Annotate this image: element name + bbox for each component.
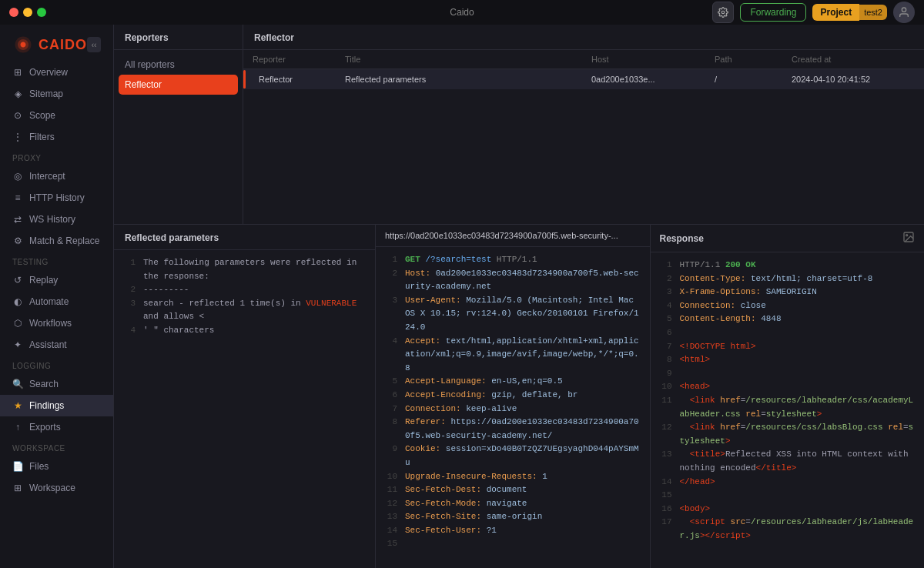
reflector-reporter-item[interactable]: Reflector xyxy=(119,75,238,95)
close-window-button[interactable] xyxy=(9,8,18,17)
findings-icon: ★ xyxy=(12,400,23,411)
code-line: 10<head> xyxy=(660,380,916,394)
code-line: 8Referer: https://0ad200e1033ec03483d723… xyxy=(385,416,641,443)
code-line: 13 <title>Reflected XSS into HTML contex… xyxy=(660,448,916,475)
sidebar-item-http-history[interactable]: ≡ HTTP History xyxy=(0,187,113,209)
reporters-header: Reporters xyxy=(114,25,243,50)
code-line: 9 xyxy=(660,367,916,381)
top-pane: Reporters All reporters Reflector Reflec… xyxy=(114,25,924,225)
settings-button[interactable] xyxy=(712,2,734,23)
row-path: / xyxy=(715,75,792,84)
code-line: 11Sec-Fetch-Dest: document xyxy=(385,483,641,497)
search-icon: 🔍 xyxy=(12,379,23,389)
sidebar-item-label: WS History xyxy=(29,214,75,225)
code-line: 3User-Agent: Mozilla/5.0 (Macintosh; Int… xyxy=(385,294,641,335)
code-line: 3 search - reflected 1 time(s) in VULNER… xyxy=(123,297,366,324)
window-controls xyxy=(9,8,46,17)
titlebar: Caido Forwarding Project test2 xyxy=(0,0,924,25)
app-body: CAIDO ‹‹ ⊞ Overview ◈ Sitemap ⊙ Scope ⋮ … xyxy=(0,25,924,568)
overview-icon: ⊞ xyxy=(12,67,23,78)
sidebar-item-automate[interactable]: ◐ Automate xyxy=(0,291,113,312)
automate-icon: ◐ xyxy=(12,296,23,307)
code-line: 5Accept-Language: en-US,en;q=0.5 xyxy=(385,375,641,389)
sidebar-item-replay[interactable]: ↺ Replay xyxy=(0,269,113,291)
sidebar-item-match-replace[interactable]: ⚙ Match & Replace xyxy=(0,230,113,252)
user-avatar[interactable] xyxy=(893,2,915,23)
files-icon: 📄 xyxy=(12,461,23,472)
row-reporter: Reflector xyxy=(253,75,345,84)
reporters-list: All reporters Reflector xyxy=(114,50,243,99)
code-line: 14</head> xyxy=(660,476,916,489)
code-line: 1HTTP/1.1 200 OK xyxy=(660,259,916,272)
col-title: Title xyxy=(345,55,591,64)
testing-section-label: Testing xyxy=(0,252,113,269)
sidebar-item-label: Scope xyxy=(29,110,55,121)
minimize-window-button[interactable] xyxy=(23,8,32,17)
sidebar-item-overview[interactable]: ⊞ Overview xyxy=(0,62,113,83)
titlebar-right: Forwarding Project test2 xyxy=(712,2,915,23)
sidebar-item-assistant[interactable]: ✦ Assistant xyxy=(0,334,113,356)
sidebar-item-findings[interactable]: ★ Findings xyxy=(0,395,113,416)
caido-logo-icon xyxy=(12,34,34,55)
sidebar-item-label: Sitemap xyxy=(29,89,63,99)
sidebar-item-files[interactable]: 📄 Files xyxy=(0,456,113,477)
sidebar-item-search[interactable]: 🔍 Search xyxy=(0,373,113,395)
sidebar-item-sitemap[interactable]: ◈ Sitemap xyxy=(0,83,113,105)
svg-point-1 xyxy=(902,8,906,12)
col-path: Path xyxy=(715,55,792,64)
code-line: 8<html> xyxy=(660,353,916,367)
main-content: Reporters All reporters Reflector Reflec… xyxy=(114,25,924,568)
workspace-icon: ⊞ xyxy=(12,483,23,493)
code-line: 16<body> xyxy=(660,503,916,516)
sidebar-item-exports[interactable]: ↑ Exports xyxy=(0,416,113,438)
reporters-panel: Reporters All reporters Reflector xyxy=(114,25,243,224)
logging-section-label: Logging xyxy=(0,356,113,373)
row-selected-indicator xyxy=(243,70,246,89)
project-button[interactable]: Project xyxy=(812,4,859,21)
response-title: Response xyxy=(660,233,704,244)
filters-icon: ⋮ xyxy=(12,132,23,142)
logo-text: CAIDO xyxy=(38,37,87,53)
svg-point-0 xyxy=(722,11,725,14)
sidebar-item-label: Overview xyxy=(29,67,68,78)
request-panel: https://0ad200e1033ec03483d7234900a700f5… xyxy=(376,225,651,568)
maximize-window-button[interactable] xyxy=(37,8,46,17)
code-line: 17 <script src=/resources/labheader/js/l… xyxy=(660,516,916,543)
reflector-panel: Reflector Reporter Title Host Path Creat… xyxy=(243,25,924,224)
code-line: 13Sec-Fetch-Site: same-origin xyxy=(385,510,641,524)
sidebar-item-label: Exports xyxy=(29,422,61,433)
response-panel: Response 1HTTP/1.1 200 OK2Content-Type: … xyxy=(651,225,925,568)
forwarding-button[interactable]: Forwarding xyxy=(740,3,806,22)
collapse-sidebar-button[interactable]: ‹‹ xyxy=(87,37,101,52)
sidebar-item-label: Workflows xyxy=(29,318,72,329)
scope-icon: ⊙ xyxy=(12,110,23,121)
reflected-params-header: Reflected parameters xyxy=(114,225,375,250)
sidebar-item-label: Search xyxy=(29,379,59,389)
sidebar-item-workflows[interactable]: ⬡ Workflows xyxy=(0,312,113,334)
col-created: Created at xyxy=(792,55,915,64)
caido-logo: CAIDO xyxy=(12,34,87,55)
code-line: 1GET /?search=test HTTP/1.1 xyxy=(385,253,641,267)
table-row[interactable]: Reflector Reflected parameters 0ad200e10… xyxy=(243,69,924,89)
row-title: Reflected parameters xyxy=(345,75,591,84)
sidebar: CAIDO ‹‹ ⊞ Overview ◈ Sitemap ⊙ Scope ⋮ … xyxy=(0,25,114,568)
workflows-icon: ⬡ xyxy=(12,318,23,329)
sidebar-item-ws-history[interactable]: ⇄ WS History xyxy=(0,209,113,230)
image-icon xyxy=(902,231,915,246)
gear-icon xyxy=(718,7,728,18)
sidebar-item-filters[interactable]: ⋮ Filters xyxy=(0,126,113,148)
sidebar-item-workspace[interactable]: ⊞ Workspace xyxy=(0,477,113,499)
all-reporters-item[interactable]: All reporters xyxy=(119,55,238,75)
replay-icon: ↺ xyxy=(12,275,23,286)
sidebar-logo: CAIDO ‹‹ xyxy=(0,25,113,62)
code-line: 4Accept: text/html,application/xhtml+xml… xyxy=(385,335,641,376)
sidebar-item-intercept[interactable]: ◎ Intercept xyxy=(0,165,113,187)
code-line: 6Accept-Encoding: gzip, deflate, br xyxy=(385,389,641,403)
project-name-dropdown[interactable]: test2 xyxy=(859,5,887,20)
window-title: Caido xyxy=(450,7,474,18)
code-line: 12Sec-Fetch-Mode: navigate xyxy=(385,497,641,511)
proxy-section-label: Proxy xyxy=(0,148,113,165)
sidebar-item-scope[interactable]: ⊙ Scope xyxy=(0,105,113,126)
sidebar-item-label: Replay xyxy=(29,275,58,286)
code-line: 14Sec-Fetch-User: ?1 xyxy=(385,524,641,538)
